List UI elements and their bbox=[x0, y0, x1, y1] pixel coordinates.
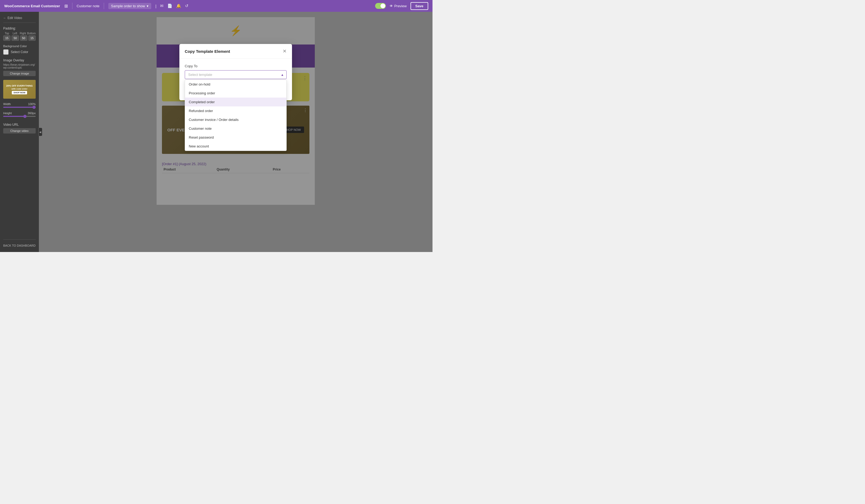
padding-section: Padding: Top Left Right Bottom bbox=[3, 26, 36, 41]
back-to-dashboard[interactable]: BACK TO DASHBOARD bbox=[3, 244, 36, 247]
grid-icon: ⊞ bbox=[64, 3, 68, 9]
sidebar: ← Edit Video Padding: Top Left Right Bot… bbox=[0, 12, 39, 252]
modal-close-button[interactable]: ✕ bbox=[282, 48, 287, 54]
bell-icon[interactable]: 🔔 bbox=[176, 3, 181, 8]
height-value: 360px bbox=[27, 112, 36, 115]
toggle-switch[interactable] bbox=[375, 3, 386, 9]
width-value: 100% bbox=[28, 102, 36, 106]
toggle-knob bbox=[380, 3, 385, 8]
main-layout: ← Edit Video Padding: Top Left Right Bot… bbox=[0, 12, 432, 252]
preview-label: Preview bbox=[394, 4, 406, 8]
preview-button[interactable]: 👁 Preview bbox=[390, 4, 406, 8]
height-section: Height 360px bbox=[3, 112, 36, 117]
image-overlay-section: Image Overlay https://bean.ninjateam.org… bbox=[3, 58, 36, 76]
separator-icon[interactable]: | bbox=[155, 4, 157, 8]
thumb-code: SHOP NOW bbox=[12, 91, 27, 94]
template-name: Customer note bbox=[77, 4, 100, 8]
modal-title: Copy Template Element bbox=[185, 49, 230, 54]
bottom-label: Bottom bbox=[27, 32, 36, 35]
email-icon[interactable]: ✉ bbox=[160, 3, 164, 8]
bg-color-row: Select Color bbox=[3, 49, 36, 55]
width-section: Width 100% bbox=[3, 102, 36, 108]
image-overlay-label: Image Overlay bbox=[3, 58, 36, 62]
topbar: WooCommerce Email Customizer ⊞ Customer … bbox=[0, 0, 432, 12]
thumb-promo-text: 20% OFF EVERYTHING bbox=[6, 84, 33, 87]
height-thumb bbox=[23, 115, 26, 118]
thumb-sub-text: with code order bbox=[6, 88, 33, 90]
refresh-icon[interactable]: ↺ bbox=[185, 3, 188, 8]
sample-label: Sample order to show bbox=[111, 4, 145, 8]
padding-bottom-input[interactable] bbox=[28, 35, 36, 41]
edit-video-label: Edit Video bbox=[8, 16, 22, 20]
padding-top-input[interactable] bbox=[3, 35, 10, 41]
topbar-icons: | ✉ 📄 🔔 ↺ bbox=[155, 3, 189, 8]
app-title: WooCommerce Email Customizer bbox=[4, 4, 60, 8]
video-url-label: Video URL bbox=[3, 123, 36, 127]
height-slider[interactable] bbox=[3, 116, 36, 117]
copy-to-label: Copy To bbox=[185, 64, 287, 68]
eye-icon: 👁 bbox=[390, 4, 393, 8]
dropdown-item-processing-order[interactable]: Processing order bbox=[185, 89, 286, 97]
arrow-left-icon: ← bbox=[3, 16, 7, 20]
sample-order-selector[interactable]: Sample order to show ▾ bbox=[108, 3, 151, 9]
save-button[interactable]: Save bbox=[411, 2, 428, 10]
padding-inputs bbox=[3, 35, 36, 41]
modal-overlay: Copy Template Element ✕ Copy To Select t… bbox=[39, 12, 432, 252]
select-placeholder: Select template bbox=[188, 73, 212, 77]
width-thumb bbox=[33, 106, 36, 109]
preview-thumbnail: 20% OFF EVERYTHING with code order SHOP … bbox=[3, 80, 36, 99]
sidebar-bottom: BACK TO DASHBOARD bbox=[3, 239, 36, 248]
video-url-section: Video URL Change video bbox=[3, 121, 36, 133]
chevron-down-icon: ▾ bbox=[147, 4, 149, 8]
right-label: Right bbox=[19, 32, 27, 35]
dropdown-item-order-on-hold[interactable]: Order on-hold bbox=[185, 80, 286, 89]
bg-color-label: Background Color bbox=[3, 45, 36, 48]
modal-header: Copy Template Element ✕ bbox=[180, 44, 292, 59]
padding-label: Padding: bbox=[3, 26, 36, 30]
width-fill bbox=[3, 107, 36, 108]
dropdown-item-refunded-order[interactable]: Refunded order bbox=[185, 106, 286, 115]
change-video-button[interactable]: Change video bbox=[3, 128, 36, 133]
back-to-edit-button[interactable]: ← Edit Video bbox=[3, 16, 36, 23]
dropdown-list: Order on-hold Processing order Completed… bbox=[185, 80, 287, 151]
color-swatch[interactable] bbox=[3, 49, 9, 55]
select-color-label[interactable]: Select Color bbox=[11, 50, 28, 54]
padding-left-input[interactable] bbox=[12, 35, 19, 41]
height-fill bbox=[3, 116, 26, 117]
divider-2 bbox=[104, 3, 104, 9]
canvas-area: ⚡ A note has been added to your order ⋮ … bbox=[39, 12, 432, 252]
left-label: Left bbox=[11, 32, 19, 35]
dropdown-item-new-account[interactable]: New account bbox=[185, 142, 286, 151]
template-select[interactable]: Select template bbox=[185, 70, 287, 79]
change-image-button[interactable]: Change image bbox=[3, 71, 36, 76]
dropdown-container: Select template ▲ Order on-hold Processi… bbox=[185, 70, 287, 79]
divider-1 bbox=[72, 3, 72, 9]
dropdown-item-customer-invoice[interactable]: Customer invoice / Order details bbox=[185, 115, 286, 124]
top-label: Top bbox=[3, 32, 11, 35]
padding-right-input[interactable] bbox=[20, 35, 27, 41]
copy-template-modal: Copy Template Element ✕ Copy To Select t… bbox=[180, 44, 292, 100]
height-label: Height bbox=[3, 112, 12, 115]
width-label: Width bbox=[3, 102, 11, 106]
image-url: https://bean.ninjateam.org/wp-content/up… bbox=[3, 63, 36, 69]
modal-body: Copy To Select template ▲ Order on-hold … bbox=[180, 59, 292, 84]
file-icon[interactable]: 📄 bbox=[167, 3, 172, 8]
dropdown-item-customer-note[interactable]: Customer note bbox=[185, 124, 286, 133]
dropdown-item-completed-order[interactable]: Completed order bbox=[185, 97, 286, 106]
dropdown-item-reset-password[interactable]: Reset password bbox=[185, 133, 286, 142]
topbar-right: 👁 Preview Save bbox=[375, 2, 428, 10]
width-slider[interactable] bbox=[3, 107, 36, 108]
bg-color-section: Background Color Select Color bbox=[3, 45, 36, 55]
padding-labels-row: Top Left Right Bottom bbox=[3, 32, 36, 35]
